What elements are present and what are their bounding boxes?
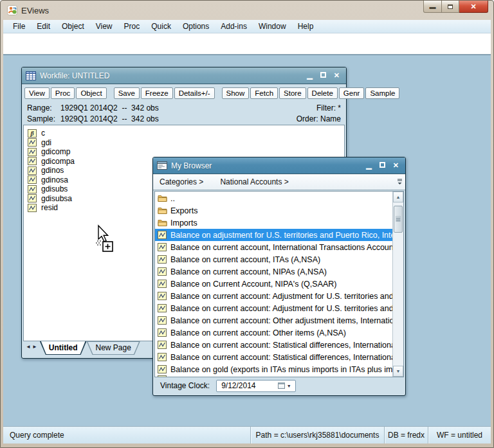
menu-help[interactable]: Help	[292, 21, 320, 32]
browser-scrollbar[interactable]: ▲ ▼	[392, 192, 403, 377]
browser-series-item[interactable]: Balance on current account, Internationa…	[155, 241, 392, 253]
toolbar-button-group: SaveFreezeDetails+/-	[114, 87, 216, 99]
browser-titlebar[interactable]: My Browser ▁ ✕	[153, 157, 405, 174]
minimize-button[interactable]: ▬	[423, 1, 442, 13]
sample-label: Sample:	[27, 114, 60, 123]
browser-minimize-button[interactable]: ▁	[366, 162, 371, 169]
browser-window-controls: ▁ ✕	[366, 162, 399, 169]
scrollbar-thumb[interactable]	[394, 206, 403, 233]
browser-series-item[interactable]: Balance on adjustment for U.S. territori…	[155, 229, 392, 241]
breadcrumb-expand-button[interactable]	[395, 177, 404, 187]
browser-rows: ..ExportsImportsBalance on adjustment fo…	[155, 192, 392, 377]
browser-icon	[157, 161, 167, 170]
browser-folder-item[interactable]: ..	[155, 192, 392, 204]
browser-series-item[interactable]: Balance on Current Account, NIPA's (Q,SA…	[155, 278, 392, 290]
status-db[interactable]: DB = fredx	[384, 427, 428, 444]
browser-series-item[interactable]: Balance on current account: Statistical …	[155, 351, 392, 363]
fetch-button[interactable]: Fetch	[250, 87, 278, 99]
browser-series-item[interactable]: Balance on current account: Other items …	[155, 327, 392, 339]
workfile-close-button[interactable]: ✕	[334, 72, 340, 79]
object-button[interactable]: Object	[76, 87, 106, 99]
workfile-titlebar[interactable]: Workfile: UNTITLED ▁ ✕	[22, 67, 346, 84]
menu-proc[interactable]: Proc	[118, 21, 146, 32]
command-window[interactable]	[3, 33, 491, 55]
browser-maximize-button[interactable]	[380, 162, 385, 168]
tab-scroll-right-button[interactable]: ►	[32, 344, 37, 350]
vintage-date-field[interactable]: 9/12/2014 ▼	[216, 380, 296, 392]
delete-button[interactable]: Delete	[307, 87, 338, 99]
eviews-logo-icon	[7, 5, 17, 15]
eviews-application-window: EViews ▬ ✕ FileEditObjectViewProcQuickOp…	[0, 0, 494, 448]
browser-series-item[interactable]: Balance on current account: Statistical …	[155, 339, 392, 351]
series-icon	[158, 267, 167, 276]
browser-folder-item[interactable]: Imports	[155, 217, 392, 229]
browser-series-item[interactable]: Balance on current account, NIPAs (A,NSA…	[155, 265, 392, 278]
browser-series-item[interactable]: Balance on current account: Adjustment f…	[155, 290, 392, 302]
sample-value[interactable]: 1929Q1 2014Q2 -- 342 obs	[60, 114, 159, 123]
details-button[interactable]: Details+/-	[174, 87, 215, 99]
series-icon	[158, 353, 167, 361]
workfile-title: Workfile: UNTITLED	[40, 71, 307, 80]
view-button[interactable]: View	[24, 87, 50, 99]
item-label: Balance on current account: Adjustment f…	[170, 292, 392, 301]
proc-button[interactable]: Proc	[51, 87, 75, 99]
object-name: gdi	[41, 138, 51, 147]
genr-button[interactable]: Genr	[339, 87, 365, 99]
vintage-calendar-button[interactable]: ▼	[274, 381, 295, 391]
order-value[interactable]: Order: Name	[297, 114, 341, 123]
workfile-object-row[interactable]: gdi	[28, 138, 344, 148]
show-button[interactable]: Show	[222, 87, 250, 99]
menu-edit[interactable]: Edit	[31, 21, 56, 32]
close-button[interactable]: ✕	[459, 1, 488, 13]
series-icon	[158, 304, 167, 312]
browser-series-item[interactable]: Balance on current account, ITAs (A,NSA)	[155, 253, 392, 265]
workfile-object-row[interactable]: gdicomp	[28, 147, 344, 157]
item-label: Balance on current account: Statistical …	[170, 353, 392, 362]
browser-series-item[interactable]: Balance on current account: Other adjust…	[155, 314, 392, 327]
menu-options[interactable]: Options	[177, 21, 215, 32]
page-tab-untitled[interactable]: Untitled	[40, 341, 87, 355]
status-path[interactable]: Path = c:\users\rkj35881\documents	[250, 427, 384, 444]
menu-quick[interactable]: Quick	[145, 21, 177, 32]
menu-file[interactable]: File	[7, 21, 31, 32]
chevron-down-icon: ▼	[287, 384, 291, 388]
vintage-date-value: 9/12/2014	[221, 381, 255, 390]
breadcrumb-national-accounts[interactable]: National Accounts >	[220, 177, 288, 186]
save-button[interactable]: Save	[114, 87, 140, 99]
series-icon	[158, 255, 167, 264]
breadcrumb-categories[interactable]: Categories >	[160, 177, 203, 186]
workfile-minimize-button[interactable]: ▁	[307, 72, 312, 79]
scrollbar-up-button[interactable]: ▲	[393, 192, 403, 202]
folder-icon	[158, 219, 167, 227]
series-icon	[28, 175, 37, 184]
menu-window[interactable]: Window	[253, 21, 292, 32]
workfile-object-row[interactable]: βc	[28, 129, 344, 138]
scrollbar-down-button[interactable]: ▼	[393, 366, 403, 377]
object-name: gdinos	[41, 166, 64, 175]
series-icon	[158, 243, 167, 251]
folder-icon	[158, 194, 167, 202]
browser-series-item[interactable]: Balance on gold (exports in ITAs minus i…	[155, 363, 392, 375]
object-name: c	[41, 129, 45, 138]
breadcrumb-expand-icon	[397, 179, 403, 185]
app-title: EViews	[21, 6, 49, 15]
tab-scroll-left-button[interactable]: ◄	[26, 344, 31, 350]
item-label: Balance on gold (exports in ITAs minus i…	[170, 365, 392, 374]
freeze-button[interactable]: Freeze	[141, 87, 173, 99]
store-button[interactable]: Store	[279, 87, 306, 99]
menu-addins[interactable]: Add-ins	[215, 21, 253, 32]
workfile-maximize-button[interactable]	[320, 72, 326, 78]
item-label: Balance on Current Account, NIPA's (Q,SA…	[170, 280, 337, 289]
status-wf[interactable]: WF = untitled	[428, 427, 491, 444]
page-tab-newpage[interactable]: New Page	[87, 341, 140, 355]
browser-series-item[interactable]: Balance on current account: Adjustment f…	[155, 302, 392, 314]
menu-view[interactable]: View	[90, 21, 118, 32]
coef-icon: β	[28, 129, 37, 138]
browser-folder-item[interactable]: Exports	[155, 204, 392, 217]
sample-button[interactable]: Sample	[365, 87, 399, 99]
menu-object[interactable]: Object	[56, 21, 90, 32]
browser-close-button[interactable]: ✕	[393, 162, 399, 169]
object-name: gdisubsa	[41, 194, 72, 203]
maximize-button[interactable]	[442, 1, 459, 13]
status-message: Query complete	[3, 431, 250, 440]
